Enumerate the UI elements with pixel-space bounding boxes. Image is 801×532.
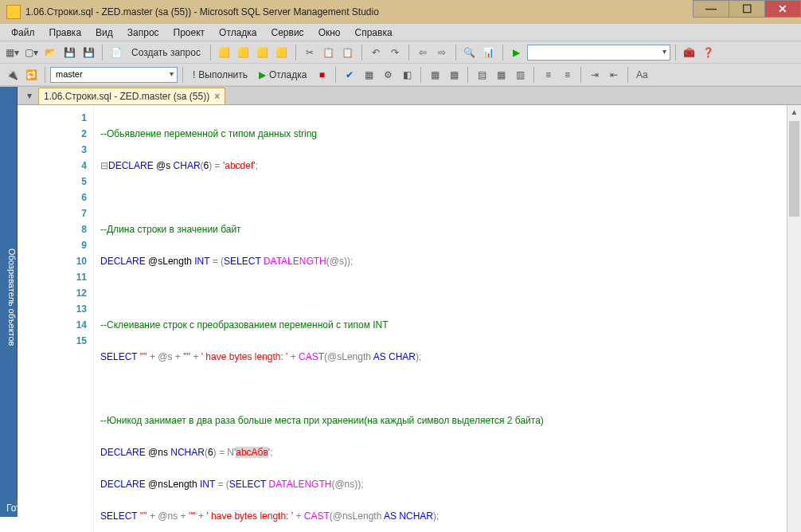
nav-fwd-icon[interactable]: ⇨	[433, 44, 451, 61]
dmx-query-icon[interactable]: 🟨	[254, 44, 272, 61]
menu-query[interactable]: Запрос	[121, 25, 166, 40]
open-icon[interactable]: 📂	[41, 44, 59, 61]
change-conn-icon[interactable]: 🔁	[22, 66, 40, 84]
menu-bar: Файл Правка Вид Запрос Проект Отладка Се…	[0, 24, 801, 41]
solution-config-dropdown[interactable]	[527, 45, 670, 61]
code-text[interactable]: --Обьявление переменной с типом данных s…	[94, 105, 544, 532]
toolbar-sql: 🔌 🔁 master !Выполнить ▶Отладка ■ ✔ ▦ ⚙ ◧…	[0, 64, 801, 86]
save-all-icon[interactable]: 💾	[80, 44, 97, 61]
help-icon[interactable]: ❓	[700, 44, 717, 61]
menu-help[interactable]: Справка	[349, 25, 399, 40]
new-query-button[interactable]: Создать запрос	[127, 47, 205, 58]
vertical-scrollbar[interactable]: ▲ ▼	[787, 105, 801, 532]
database-dropdown[interactable]: master	[50, 67, 178, 83]
new-query-icon[interactable]: 📄	[107, 44, 125, 61]
find-icon[interactable]: 🔍	[461, 44, 479, 61]
indent-icon[interactable]: ⇥	[586, 66, 604, 84]
comment-icon[interactable]: ≡	[539, 66, 557, 84]
include-actual-plan-icon[interactable]: ▦	[426, 66, 443, 84]
line-number-gutter: 123456789101112131415	[18, 105, 94, 532]
paste-icon[interactable]: 📋	[339, 44, 357, 61]
object-explorer-collapsed[interactable]: Обозреватель объектов	[0, 87, 18, 499]
outdent-icon[interactable]: ⇤	[605, 66, 623, 84]
results-file-icon[interactable]: ▥	[511, 66, 529, 84]
menu-window[interactable]: Окно	[312, 25, 347, 40]
cut-icon[interactable]: ✂	[301, 44, 318, 61]
menu-edit[interactable]: Правка	[43, 25, 88, 40]
minimize-button[interactable]: —	[693, 0, 729, 18]
document-tab[interactable]: 1.06.Строки.sql - ZED.master (sa (55)) ×	[38, 88, 225, 104]
estimated-plan-icon[interactable]: ▦	[360, 66, 377, 84]
menu-file[interactable]: Файл	[5, 25, 41, 40]
tab-list-icon[interactable]: ▾	[21, 87, 38, 104]
tab-close-icon[interactable]: ×	[214, 91, 220, 102]
menu-debug[interactable]: Отладка	[213, 25, 263, 40]
intellisense-icon[interactable]: ◧	[398, 66, 416, 84]
maximize-button[interactable]: ☐	[729, 0, 765, 18]
title-bar: 1.06.Строки.sql - ZED.master (sa (55)) -…	[0, 0, 801, 24]
uncomment-icon[interactable]: ≡	[558, 66, 576, 84]
db-engine-query-icon[interactable]: 🟨	[216, 44, 233, 61]
menu-tools[interactable]: Сервис	[265, 25, 311, 40]
connect-icon[interactable]: 🔌	[3, 66, 21, 84]
execute-button[interactable]: !Выполнить	[188, 69, 252, 80]
undo-icon[interactable]: ↶	[367, 44, 385, 61]
scroll-up-icon[interactable]: ▲	[787, 105, 801, 119]
toolbox-icon[interactable]: 🧰	[681, 44, 698, 61]
menu-project[interactable]: Проект	[167, 25, 212, 40]
menu-view[interactable]: Вид	[89, 25, 119, 40]
mdx-query-icon[interactable]: 🟨	[235, 44, 252, 61]
parse-icon[interactable]: ✔	[341, 66, 358, 84]
code-editor[interactable]: 123456789101112131415 --Обьявление перем…	[18, 104, 801, 532]
toolbar-standard: ▦▾ ▢▾ 📂 💾 💾 📄 Создать запрос 🟨 🟨 🟨 🟨 ✂ 📋…	[0, 41, 801, 64]
toolbar-container: ▦▾ ▢▾ 📂 💾 💾 📄 Создать запрос 🟨 🟨 🟨 🟨 ✂ 📋…	[0, 41, 801, 87]
document-tab-label: 1.06.Строки.sql - ZED.master (sa (55))	[44, 91, 209, 102]
results-text-icon[interactable]: ▤	[473, 66, 490, 84]
nav-back-icon[interactable]: ⇦	[414, 44, 432, 61]
editor-area: ▾ 1.06.Строки.sql - ZED.master (sa (55))…	[18, 87, 801, 499]
scroll-thumb[interactable]	[789, 121, 799, 217]
client-area: Обозреватель объектов ▾ 1.06.Строки.sql …	[0, 87, 801, 499]
debug-button[interactable]: ▶Отладка	[254, 69, 311, 80]
redo-icon[interactable]: ↷	[386, 44, 404, 61]
results-grid-icon[interactable]: ▦	[492, 66, 510, 84]
activity-icon[interactable]: 📊	[480, 44, 498, 61]
window-title: 1.06.Строки.sql - ZED.master (sa (55)) -…	[25, 6, 379, 18]
specify-values-icon[interactable]: Aa	[633, 66, 651, 84]
copy-icon[interactable]: 📋	[320, 44, 338, 61]
start-icon[interactable]: ▶	[508, 44, 526, 61]
close-button[interactable]: ✕	[764, 0, 801, 18]
include-client-stats-icon[interactable]: ▦	[445, 66, 463, 84]
save-icon[interactable]: 💾	[61, 44, 78, 61]
app-icon	[6, 5, 21, 19]
query-options-icon[interactable]: ⚙	[379, 66, 397, 84]
window-buttons: — ☐ ✕	[694, 0, 801, 24]
document-tab-bar: ▾ 1.06.Строки.sql - ZED.master (sa (55))…	[18, 87, 801, 104]
stop-icon[interactable]: ■	[313, 66, 330, 84]
new-project-icon[interactable]: ▦▾	[3, 44, 21, 61]
xmla-query-icon[interactable]: 🟨	[273, 44, 291, 61]
new-item-icon[interactable]: ▢▾	[22, 44, 40, 61]
